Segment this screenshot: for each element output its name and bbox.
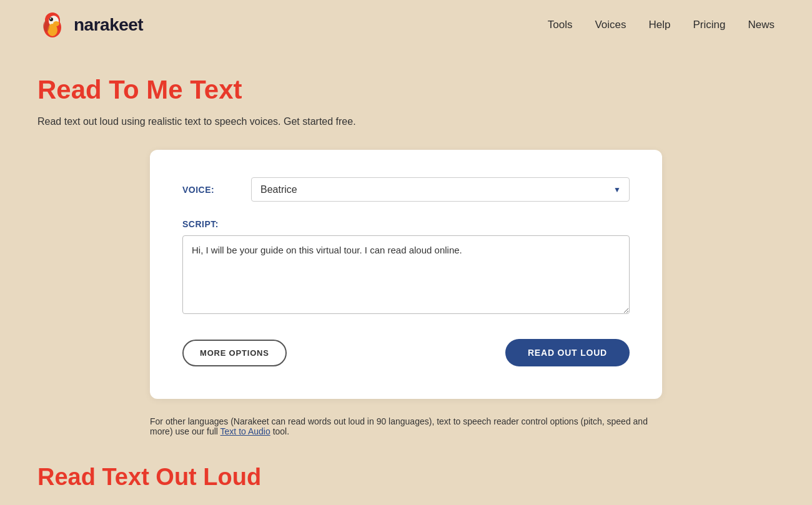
- nav-pricing[interactable]: Pricing: [693, 19, 726, 31]
- read-out-loud-button[interactable]: READ OUT LOUD: [505, 339, 630, 366]
- text-to-audio-link[interactable]: Text to Audio: [220, 426, 270, 436]
- page-subtitle: Read text out loud using realistic text …: [37, 116, 775, 127]
- voice-field-row: VOICE: Beatrice Alice Bob ▼: [182, 177, 630, 202]
- main-nav: Tools Voices Help Pricing News: [548, 19, 775, 31]
- main-content: Read To Me Text Read text out loud using…: [0, 50, 812, 505]
- voice-label: VOICE:: [182, 185, 251, 195]
- svg-point-4: [49, 17, 53, 21]
- script-section: SCRIPT: Hi, I will be your guide on this…: [182, 219, 630, 316]
- svg-point-5: [50, 18, 51, 19]
- svg-point-7: [43, 21, 49, 32]
- voice-select[interactable]: Beatrice Alice Bob: [251, 177, 630, 202]
- logo-text: narakeet: [74, 15, 143, 35]
- logo-link[interactable]: narakeet: [37, 10, 143, 40]
- nav-voices[interactable]: Voices: [595, 19, 626, 31]
- script-textarea[interactable]: Hi, I will be your guide on this virtual…: [182, 235, 630, 314]
- logo-icon: [37, 10, 67, 40]
- nav-tools[interactable]: Tools: [548, 19, 573, 31]
- script-label: SCRIPT:: [182, 219, 630, 229]
- header: narakeet Tools Voices Help Pricing News: [0, 0, 812, 50]
- voice-select-wrapper: Beatrice Alice Bob ▼: [251, 177, 630, 202]
- footer-note-text-after: tool.: [270, 426, 289, 436]
- nav-news[interactable]: News: [748, 19, 775, 31]
- nav-help[interactable]: Help: [649, 19, 671, 31]
- footer-note: For other languages (Narakeet can read w…: [150, 416, 662, 436]
- buttons-row: MORE OPTIONS READ OUT LOUD: [182, 339, 630, 366]
- section2-title: Read Text Out Loud: [37, 464, 775, 491]
- more-options-button[interactable]: MORE OPTIONS: [182, 340, 287, 366]
- tts-card: VOICE: Beatrice Alice Bob ▼ SCRIPT: Hi, …: [150, 150, 662, 399]
- page-title: Read To Me Text: [37, 75, 775, 105]
